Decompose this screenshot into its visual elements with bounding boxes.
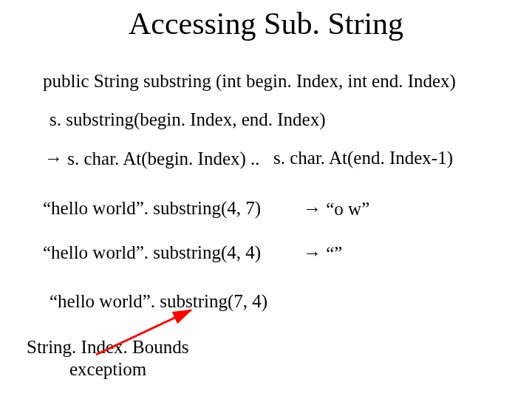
- pointer-arrow-icon: [0, 0, 532, 399]
- svg-line-0: [96, 310, 191, 355]
- slide: Accessing Sub. String public String subs…: [0, 0, 532, 399]
